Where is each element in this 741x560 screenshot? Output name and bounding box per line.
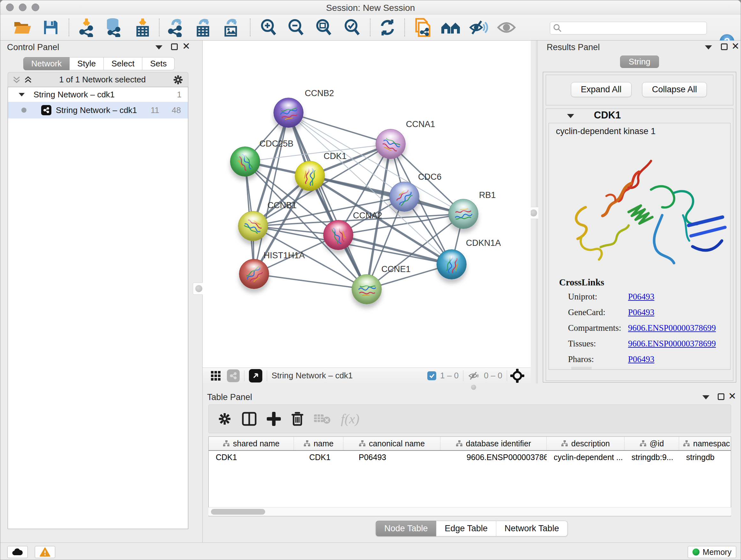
export-image-button[interactable]: [221, 17, 242, 38]
panel-maximize-icon[interactable]: [721, 44, 728, 51]
crosslink-row: GeneCard:P06493: [568, 307, 724, 317]
right-splitter[interactable]: [531, 41, 538, 383]
table-toolbar: f(x): [208, 405, 731, 433]
network-node-ccna2[interactable]: [323, 220, 353, 250]
crosslink-tissues-link[interactable]: 9606.ENSP00000378699: [628, 339, 716, 349]
zoom-fit-button[interactable]: [313, 17, 334, 38]
panel-close-icon[interactable]: ✕: [731, 43, 739, 51]
delete-column-trash-icon[interactable]: [291, 412, 304, 426]
network-node-ccna1[interactable]: [376, 129, 406, 159]
collapse-all-icon[interactable]: [12, 76, 21, 84]
expand-all-icon[interactable]: [24, 76, 32, 84]
import-network-from-database-button[interactable]: [103, 17, 124, 38]
network-canvas[interactable]: CCNB2CCNA1CDC25BCDK1CDC6RB1CCNB1CCNA2CDK…: [203, 41, 531, 368]
left-splitter[interactable]: [196, 41, 203, 543]
export-network-button[interactable]: [165, 17, 186, 38]
results-scrollbar[interactable]: [571, 367, 592, 369]
network-node-ccnb2[interactable]: [273, 98, 304, 128]
show-columns-icon[interactable]: [242, 412, 257, 426]
column-header-database-identifier[interactable]: database identifier: [441, 437, 547, 450]
collapse-all-button[interactable]: Collapse All: [642, 82, 707, 97]
tab-string[interactable]: String: [620, 56, 659, 68]
import-network-from-file-button[interactable]: [76, 17, 97, 38]
export-table-button[interactable]: [193, 17, 214, 38]
horizontal-splitter[interactable]: [203, 383, 741, 390]
network-share-view-icon[interactable]: [227, 369, 240, 382]
collection-caret-icon[interactable]: [19, 92, 25, 96]
scrollbar-thumb[interactable]: [211, 509, 265, 515]
column-header-description[interactable]: description: [547, 437, 624, 450]
selected-checkbox-icon[interactable]: [427, 371, 436, 380]
crosslink-compartments-link[interactable]: 9606.ENSP00000378699: [628, 323, 716, 333]
crosslink-uniprot-link[interactable]: P06493: [628, 292, 655, 302]
panel-close-icon[interactable]: ✕: [182, 43, 190, 51]
expand-all-button[interactable]: Expand All: [571, 82, 631, 97]
grid-view-icon[interactable]: [210, 370, 221, 381]
network-node-cdkn1a[interactable]: [436, 249, 467, 279]
tab-style[interactable]: Style: [70, 57, 104, 70]
network-view-title: String Network – cdk1: [272, 371, 353, 381]
network-edge[interactable]: [288, 113, 391, 144]
table-options-gear-icon[interactable]: [218, 412, 232, 426]
birds-eye-view-icon[interactable]: [249, 369, 262, 382]
tab-select[interactable]: Select: [104, 57, 142, 70]
import-table-from-file-button[interactable]: [132, 17, 153, 38]
refresh-button[interactable]: [377, 17, 398, 38]
hide-selected-button[interactable]: [468, 17, 489, 38]
panel-float-icon[interactable]: [702, 395, 710, 401]
table-panel: Table Panel ✕ f(x) shared name name cano…: [203, 390, 741, 543]
node-table: shared name name canonical name database…: [208, 436, 731, 516]
network-node-cdc6[interactable]: [389, 182, 419, 212]
search-input[interactable]: [565, 22, 706, 34]
network-node-hist1h1a[interactable]: [239, 259, 269, 289]
network-node-cdk1[interactable]: [295, 161, 325, 191]
panel-close-icon[interactable]: ✕: [728, 393, 736, 401]
cloud-status-button[interactable]: [7, 546, 28, 558]
panel-maximize-icon[interactable]: [718, 393, 724, 401]
zoom-selected-button[interactable]: [341, 17, 362, 38]
tab-node-table[interactable]: Node Table: [376, 521, 436, 537]
open-session-button[interactable]: [12, 17, 33, 38]
tab-network-table[interactable]: Network Table: [496, 521, 568, 537]
first-neighbors-button[interactable]: [440, 17, 461, 38]
show-all-button[interactable]: [496, 17, 517, 38]
column-header-canonical-name[interactable]: canonical name: [343, 437, 441, 450]
horizontal-splitter-handle[interactable]: [471, 385, 476, 390]
tab-sets[interactable]: Sets: [142, 57, 175, 70]
tab-network[interactable]: Network: [23, 57, 70, 70]
create-column-plus-icon[interactable]: [267, 412, 281, 426]
network-node-cdc25b[interactable]: [230, 146, 260, 177]
panel-maximize-icon[interactable]: [171, 44, 178, 51]
zoom-in-button[interactable]: [258, 17, 279, 38]
network-node-ccnb1[interactable]: [238, 211, 268, 241]
tab-edge-table[interactable]: Edge Table: [436, 521, 496, 537]
annotations-button[interactable]: [412, 17, 433, 38]
network-edge[interactable]: [254, 274, 367, 289]
zoom-out-button[interactable]: [285, 17, 307, 38]
column-header-id[interactable]: @id: [624, 437, 679, 450]
network-row[interactable]: String Network – cdk1 11 48: [8, 102, 188, 118]
network-node-ccne1[interactable]: [352, 274, 382, 304]
network-collection-row[interactable]: String Network – cdk1 1: [8, 87, 188, 102]
gene-collapse-caret-icon[interactable]: [567, 114, 574, 118]
column-header-shared-name[interactable]: shared name: [209, 437, 294, 450]
table-horizontal-scrollbar[interactable]: [208, 507, 731, 516]
node-label-cdkn1a: CDKN1A: [466, 238, 501, 248]
warnings-button[interactable]: [35, 546, 55, 558]
node-gloss: [357, 276, 376, 287]
column-header-name[interactable]: name: [294, 437, 343, 450]
network-edge[interactable]: [254, 113, 288, 274]
table-row[interactable]: CDK1 CDK1 P06493 9606.ENSP00000378699 cy…: [209, 451, 731, 463]
memory-label: Memory: [703, 548, 731, 557]
column-header-namespace[interactable]: namespac: [679, 437, 731, 450]
panel-float-icon[interactable]: [155, 45, 162, 51]
fit-selected-crosshair-icon[interactable]: [510, 369, 524, 383]
crosslink-genecard-link[interactable]: P06493: [628, 307, 655, 317]
crosslink-pharos-link[interactable]: P06493: [628, 354, 655, 364]
network-node-rb1[interactable]: [448, 199, 478, 229]
save-session-button[interactable]: [40, 17, 61, 38]
network-edge[interactable]: [288, 113, 367, 289]
network-options-gear-icon[interactable]: [173, 74, 184, 85]
panel-float-icon[interactable]: [705, 45, 712, 51]
memory-button[interactable]: Memory: [688, 546, 736, 558]
